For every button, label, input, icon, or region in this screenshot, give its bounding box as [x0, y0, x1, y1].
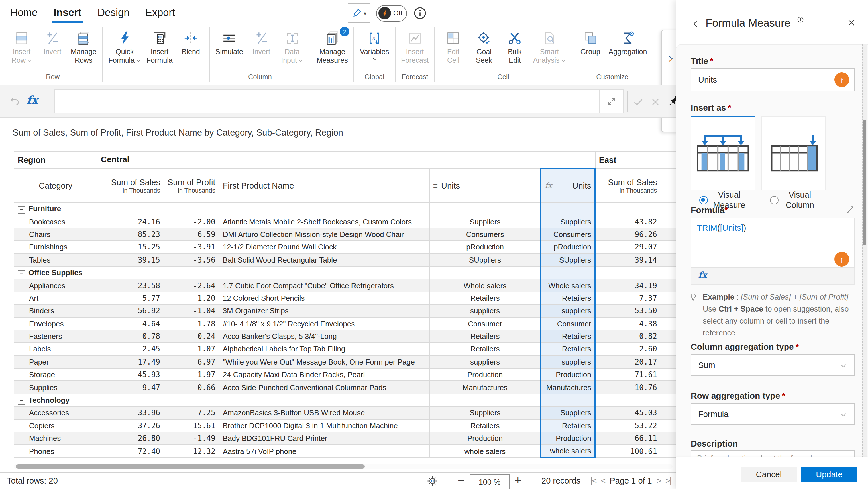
horizontal-scrollbar-thumb[interactable] [16, 464, 365, 469]
units-manual-cell[interactable]: Retailers [429, 330, 541, 343]
sales-cell[interactable]: 33.96 [97, 407, 164, 420]
units-manual-cell[interactable]: Consumers [429, 228, 541, 241]
first-page-button[interactable]: |< [590, 476, 596, 485]
gear-icon[interactable] [426, 475, 438, 487]
units-manual-cell[interactable]: Retailers [429, 343, 541, 356]
column-header-category[interactable]: Category [14, 168, 97, 202]
category-cell[interactable]: Furnishings [14, 241, 97, 254]
category-cell[interactable]: −Office Supplies [14, 266, 97, 279]
units-formula-cell[interactable]: Suppliers [541, 407, 595, 420]
units-formula-cell[interactable]: suppliers [541, 355, 595, 368]
east-sales-cell[interactable]: 7.37 [595, 292, 661, 304]
sales-cell[interactable]: 26.80 [97, 432, 164, 445]
category-cell[interactable]: Bookcases [14, 215, 97, 228]
tab-home[interactable]: Home [10, 7, 38, 22]
edit-mode-button[interactable]: ∨ [348, 3, 370, 23]
product-cell[interactable]: 3M Organizer Strips [219, 304, 429, 317]
sales-cell[interactable]: 15.25 [97, 241, 164, 254]
invert-column-button[interactable]: Invert [246, 29, 277, 56]
simulate-button[interactable]: Simulate [213, 29, 246, 56]
expand-formula-button[interactable] [599, 90, 623, 113]
units-manual-cell[interactable]: Suppliers [429, 407, 541, 420]
goal-seek-button[interactable]: GoalSeek [468, 29, 499, 65]
category-cell[interactable]: −Technology [14, 394, 97, 407]
product-cell[interactable]: Bady BDG101FRU Card Printer [219, 432, 429, 445]
units-formula-cell[interactable]: suppliers [541, 304, 595, 317]
profit-cell[interactable]: -1.04 [164, 304, 219, 317]
east-sales-cell[interactable]: 53.50 [595, 304, 661, 317]
product-cell[interactable]: DMI Arturo Collection Mission-style Desi… [219, 228, 429, 241]
category-cell[interactable]: Fasteners [14, 330, 97, 343]
units-manual-cell[interactable]: Manufactures [429, 381, 541, 394]
units-formula-cell[interactable]: Production [541, 432, 595, 445]
units-manual-cell[interactable]: Production [429, 368, 541, 381]
sales-cell[interactable]: 56.92 [97, 304, 164, 317]
product-cell[interactable]: 12 Colored Short Pencils [219, 292, 429, 304]
units-formula-cell[interactable]: Retailers [541, 330, 595, 343]
formula-editor[interactable]: TRIM([Units]) [691, 218, 855, 268]
product-cell[interactable]: AmazonBasics 3-Button USB Wired Mouse [219, 407, 429, 420]
units-formula-cell[interactable]: Retailers [541, 292, 595, 304]
insert-row-button[interactable]: InsertRow [6, 29, 37, 65]
east-sales-cell[interactable]: 39.14 [595, 254, 661, 266]
sales-cell[interactable]: 72.40 [97, 445, 164, 458]
last-page-button[interactable]: >| [665, 476, 671, 485]
insert-forecast-button[interactable]: InsertForecast [398, 29, 431, 65]
title-reference-button[interactable]: ↑ [834, 72, 849, 87]
units-manual-cell[interactable]: Retailers [429, 419, 541, 432]
product-cell[interactable]: 1.7 Cubic Foot Compact "Cube" Office Ref… [219, 279, 429, 292]
east-sales-cell[interactable]: 34.19 [595, 279, 661, 292]
profit-cell[interactable]: -0.66 [164, 381, 219, 394]
row-aggregation-select[interactable]: Formula [691, 403, 855, 425]
profit-cell[interactable]: 1.20 [164, 292, 219, 304]
column-header-sales[interactable]: Sum of Salesin Thousands [97, 168, 164, 202]
expand-editor-icon[interactable] [845, 205, 855, 215]
units-manual-cell[interactable]: suppliers [429, 304, 541, 317]
data-input-button[interactable]: DataInput [277, 29, 308, 65]
product-cell[interactable]: "While you Were Out" Message Book, One F… [219, 355, 429, 368]
product-cell[interactable]: Acco Banker's Clasps, 5 3/4"-Long [219, 330, 429, 343]
formula-reference-button[interactable]: ↑ [834, 252, 849, 267]
units-formula-cell[interactable]: SUppliers [541, 254, 595, 266]
insert-formula-button[interactable]: InsertFormula [144, 29, 176, 65]
east-sales-cell[interactable]: 53.22 [595, 419, 661, 432]
tab-insert[interactable]: Insert [54, 7, 82, 22]
east-sales-cell[interactable]: 4.38 [595, 317, 661, 330]
quick-formula-button[interactable]: QuickFormula [105, 29, 144, 65]
live-toggle[interactable]: Off [376, 5, 407, 21]
category-cell[interactable]: Machines [14, 432, 97, 445]
category-cell[interactable]: Appliances [14, 279, 97, 292]
units-formula-cell[interactable]: Manufactures [541, 381, 595, 394]
east-sales-cell[interactable]: 0.82 [595, 330, 661, 343]
product-cell[interactable]: 12-1/2 Diameter Round Wall Clock [219, 241, 429, 254]
collapse-icon[interactable]: − [18, 397, 25, 405]
edit-cell-button[interactable]: EditCell [438, 29, 468, 65]
units-formula-cell[interactable]: Consumer [541, 317, 595, 330]
east-sales-cell[interactable]: 2.60 [595, 343, 661, 356]
column-header-profit[interactable]: Sum of Profitin Thousands [164, 168, 219, 202]
east-sales-cell[interactable]: 45.03 [595, 407, 661, 420]
sales-cell[interactable]: 85.23 [97, 228, 164, 241]
east-sales-cell[interactable]: 66.11 [595, 432, 661, 445]
category-cell[interactable]: Paper [14, 355, 97, 368]
tab-design[interactable]: Design [97, 7, 129, 22]
profit-cell[interactable]: 1.97 [164, 368, 219, 381]
panel-scrollbar-thumb[interactable] [863, 120, 866, 245]
zoom-out-button[interactable]: − [458, 474, 464, 487]
product-cell[interactable]: Atlantic Metals Mobile 2-Shelf Bookcases… [219, 215, 429, 228]
sales-cell[interactable]: 45.93 [97, 368, 164, 381]
units-manual-cell[interactable]: Retailers [429, 292, 541, 304]
profit-cell[interactable]: -2.00 [164, 215, 219, 228]
column-header-units-manual[interactable]: ≡Units [429, 168, 541, 202]
sales-cell[interactable]: 9.47 [97, 381, 164, 394]
profit-cell[interactable]: -1.49 [164, 432, 219, 445]
profit-cell[interactable]: 0.24 [164, 330, 219, 343]
units-formula-cell[interactable]: pRoduction [541, 241, 595, 254]
east-sales-cell[interactable]: 71.61 [595, 368, 661, 381]
column-header-product[interactable]: First Product Name [219, 168, 429, 202]
prev-page-button[interactable]: < [601, 476, 605, 485]
variables-button[interactable]: xVariables [357, 29, 392, 62]
collapse-icon[interactable]: − [18, 270, 25, 277]
profit-cell[interactable]: 15.61 [164, 419, 219, 432]
units-manual-cell[interactable]: pRoduction [429, 241, 541, 254]
